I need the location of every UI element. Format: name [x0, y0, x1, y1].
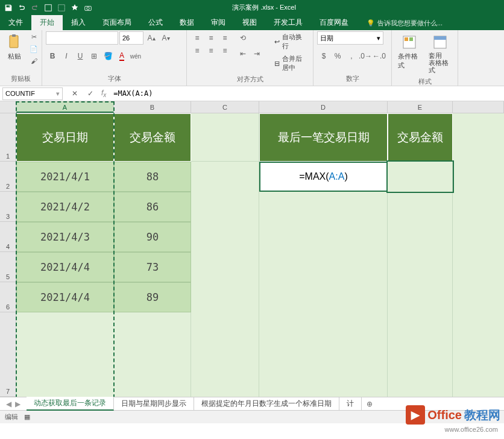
comma-button[interactable]: ,: [345, 49, 358, 63]
align-center[interactable]: ≡: [204, 44, 218, 57]
row-header-3[interactable]: 3: [0, 192, 16, 222]
borders-icon[interactable]: [55, 2, 68, 14]
formula-input[interactable]: [110, 87, 504, 100]
redo-icon[interactable]: [29, 2, 41, 14]
copy-button[interactable]: 📄: [28, 43, 40, 54]
align-left[interactable]: ≡: [191, 44, 204, 57]
name-box[interactable]: COUNTIF▾: [2, 87, 63, 100]
tab-data[interactable]: 数据: [171, 15, 203, 30]
merge-center-button[interactable]: ⊟合并后居中: [272, 53, 309, 74]
increase-decimal[interactable]: .0→: [359, 49, 372, 63]
cell-B4[interactable]: 90: [114, 222, 191, 252]
cell-D1[interactable]: 最后一笔交易日期: [259, 113, 388, 162]
format-painter-button[interactable]: 🖌: [28, 55, 40, 66]
cell-D-range[interactable]: [259, 192, 388, 397]
col-header-blank[interactable]: [453, 101, 504, 113]
wrap-text-button[interactable]: ↩自动换行: [272, 31, 309, 52]
table-format-button[interactable]: 套用 表格格式: [426, 31, 455, 76]
fill-color-button[interactable]: 🪣: [101, 49, 115, 63]
row-header-1[interactable]: 1: [0, 113, 16, 162]
sheet-prev-icon[interactable]: ◀: [6, 400, 11, 408]
decrease-indent[interactable]: ⇤: [236, 47, 250, 60]
cell-A5[interactable]: 2021/4/4: [16, 252, 114, 282]
underline-button[interactable]: U: [74, 49, 87, 63]
cell-B1[interactable]: 交易金额: [114, 113, 191, 162]
increase-font-button[interactable]: A▴: [145, 31, 158, 45]
tab-insert[interactable]: 插入: [63, 15, 94, 30]
new-sheet-button[interactable]: ⊕: [362, 400, 377, 408]
tab-dev[interactable]: 开发工具: [265, 15, 311, 30]
sheet-next-icon[interactable]: ▶: [15, 400, 20, 408]
cell-E-range[interactable]: [388, 162, 453, 397]
phonetic-button[interactable]: wén: [129, 49, 142, 63]
fx-icon[interactable]: fx: [100, 89, 110, 98]
tab-baidu[interactable]: 百度网盘: [311, 15, 357, 30]
align-right[interactable]: ≡: [218, 44, 232, 57]
print-preview-icon[interactable]: [42, 2, 54, 14]
italic-button[interactable]: I: [60, 49, 73, 63]
col-header-B[interactable]: B: [114, 101, 191, 113]
sheet-tab-1[interactable]: 动态获取最后一条记录: [27, 397, 114, 411]
paste-button[interactable]: 粘贴: [4, 31, 25, 63]
conditional-format-button[interactable]: 条件格式: [395, 31, 424, 72]
cancel-formula-button[interactable]: ✕: [68, 87, 82, 99]
increase-indent[interactable]: ⇥: [250, 47, 263, 60]
tab-layout[interactable]: 页面布局: [94, 15, 140, 30]
borders-button[interactable]: ⊞: [87, 49, 101, 63]
col-header-A[interactable]: A: [16, 101, 114, 113]
cell-A6[interactable]: 2021/4/4: [16, 282, 114, 312]
tab-home[interactable]: 开始: [31, 15, 63, 30]
font-color-button[interactable]: A: [115, 49, 128, 63]
col-header-C[interactable]: C: [191, 101, 259, 113]
row-header-5[interactable]: 5: [0, 252, 16, 282]
cell-C1[interactable]: [191, 113, 259, 162]
cell-B6[interactable]: 89: [114, 282, 191, 312]
cell-C-range[interactable]: [191, 162, 259, 397]
tab-formula[interactable]: 公式: [140, 15, 171, 30]
enter-formula-button[interactable]: ✓: [83, 87, 98, 99]
macro-record-icon[interactable]: ▦: [24, 413, 30, 421]
tab-review[interactable]: 审阅: [203, 15, 234, 30]
cell-B3[interactable]: 86: [114, 192, 191, 222]
cell-D2-editing[interactable]: =MAX(A:A): [259, 162, 388, 192]
orientation-button[interactable]: ⟲: [236, 31, 250, 45]
tell-me[interactable]: 💡 告诉我您想要做什么...: [362, 16, 447, 30]
watermark-logo: ▶ Office教程网: [406, 405, 500, 425]
cell-A1[interactable]: 交易日期: [16, 113, 114, 162]
decrease-font-button[interactable]: A▾: [159, 31, 172, 45]
font-name-input[interactable]: [46, 31, 118, 45]
percent-button[interactable]: %: [331, 49, 344, 63]
cell-A4[interactable]: 2021/4/3: [16, 222, 114, 252]
cell-row7[interactable]: [16, 312, 191, 397]
cut-button[interactable]: ✂: [28, 31, 40, 42]
sheet-tab-4[interactable]: 计: [339, 397, 362, 410]
cell-B5[interactable]: 73: [114, 252, 191, 282]
currency-button[interactable]: $: [317, 49, 330, 63]
cell-A2[interactable]: 2021/4/1: [16, 162, 114, 192]
camera-icon[interactable]: [82, 2, 94, 14]
row-header-6[interactable]: 6: [0, 282, 16, 312]
col-header-E[interactable]: E: [388, 101, 453, 113]
row-header-7[interactable]: 7: [0, 312, 16, 397]
undo-icon[interactable]: [16, 2, 28, 14]
cell-B2[interactable]: 88: [114, 162, 191, 192]
col-header-D[interactable]: D: [259, 101, 388, 113]
align-bottom[interactable]: ≡: [218, 31, 232, 45]
decrease-decimal[interactable]: ←.0: [373, 49, 386, 63]
star-icon[interactable]: [69, 2, 81, 14]
row-header-2[interactable]: 2: [0, 162, 16, 192]
cell-A3[interactable]: 2021/4/2: [16, 192, 114, 222]
tab-view[interactable]: 视图: [234, 15, 265, 30]
font-size-input[interactable]: [119, 31, 143, 45]
sheet-tab-3[interactable]: 根据提定的年月日数字生成一个标准日期: [194, 397, 339, 410]
cell-E1[interactable]: 交易金额: [388, 113, 453, 162]
select-all-corner[interactable]: [0, 101, 16, 113]
tab-file[interactable]: 文件: [0, 15, 31, 30]
align-top[interactable]: ≡: [191, 31, 204, 45]
save-icon[interactable]: [2, 2, 14, 14]
bold-button[interactable]: B: [46, 49, 59, 63]
number-format-combo[interactable]: 日期▾: [317, 31, 383, 45]
row-header-4[interactable]: 4: [0, 222, 16, 252]
sheet-tab-2[interactable]: 日期与星期同步显示: [114, 397, 194, 410]
align-middle[interactable]: ≡: [204, 31, 218, 45]
